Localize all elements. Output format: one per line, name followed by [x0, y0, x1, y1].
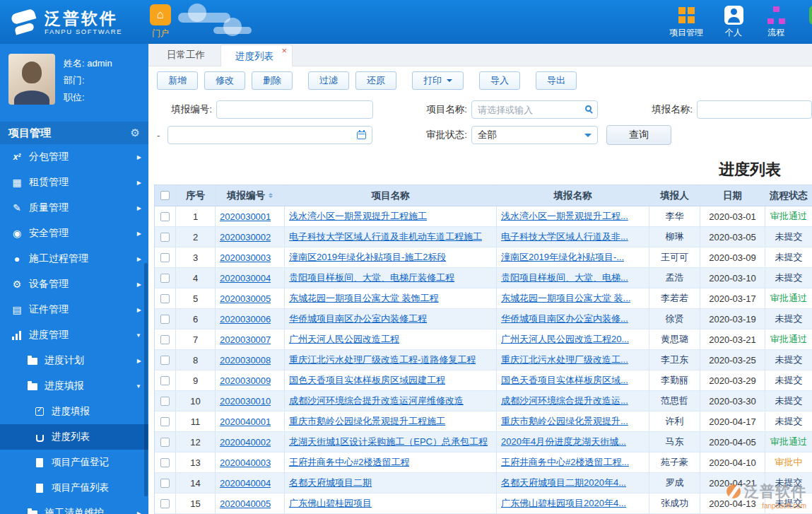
sidebar-item-progress-list[interactable]: 进度列表 [0, 424, 148, 450]
report-name-link[interactable]: 2020年4月份进度龙湖天街城... [501, 436, 626, 448]
project-name-link[interactable]: 浅水湾小区一期景观提升工程施工 [289, 210, 427, 223]
report-name-link[interactable]: 王府井商务中心#2楼透留工程... [501, 456, 629, 469]
add-button[interactable]: 新增 [157, 71, 198, 90]
filter-button[interactable]: 过滤 [308, 71, 349, 90]
sidebar-item-quality[interactable]: ✎质量管理▶ [0, 195, 148, 221]
nav-item-portal[interactable]: ⌂ 门户 [150, 4, 171, 40]
sidebar-item-progress-report-group[interactable]: 进度填报▼ [0, 373, 148, 399]
report-code-link[interactable]: 2020040002 [220, 437, 271, 448]
report-code-link[interactable]: 2020030003 [220, 252, 271, 263]
row-checkbox[interactable] [160, 253, 170, 262]
sidebar-item-progress[interactable]: 进度管理▼ [0, 322, 148, 348]
row-checkbox[interactable] [160, 417, 170, 426]
report-name-input[interactable] [697, 100, 812, 119]
tab-progress-list[interactable]: 进度列表× [220, 45, 293, 66]
row-checkbox[interactable] [160, 233, 170, 242]
nav-item-workflow[interactable]: 流程 [764, 6, 788, 39]
report-code-link[interactable]: 2020040005 [220, 498, 271, 509]
tab-daily-work[interactable]: 日常工作 [151, 44, 220, 66]
project-name-link[interactable]: 成都沙河环境综合提升改造运河岸维修改造 [289, 395, 464, 407]
project-name-link[interactable]: 重庆市鹅岭公园绿化景观提升工程施工 [289, 415, 445, 428]
report-name-link[interactable]: 电子科技大学区域人行道及非... [501, 230, 628, 243]
import-button[interactable]: 导入 [479, 71, 520, 90]
project-name-link[interactable]: 龙湖天街城1区设计采购施工（EPC）总承包工程 [289, 436, 488, 448]
restore-button[interactable]: 还原 [355, 71, 396, 90]
close-icon[interactable]: × [281, 46, 287, 55]
export-button[interactable]: 导出 [536, 71, 577, 90]
project-name-link[interactable]: 华侨城项目南区办公室内装修工程 [289, 313, 427, 325]
report-code-link[interactable]: 2020030007 [220, 334, 271, 345]
sidebar-item-certificate[interactable]: ▤证件管理▶ [0, 297, 148, 322]
report-code-link[interactable]: 2020030002 [220, 232, 271, 243]
sidebar-item-output-register[interactable]: 项目产值登记 [0, 450, 148, 475]
sidebar-item-construction-process[interactable]: ●施工过程管理▶ [0, 246, 148, 271]
row-checkbox[interactable] [160, 376, 170, 385]
sidebar-item-progress-plan[interactable]: 进度计划▶ [0, 348, 148, 373]
sidebar-item-output-list[interactable]: 项目产值列表 [0, 475, 148, 501]
report-name-link[interactable]: 贵阳项目样板间、大堂、电梯... [501, 271, 628, 284]
row-checkbox[interactable] [160, 212, 170, 221]
project-name-link[interactable]: 名都天府城项目二期 [289, 477, 372, 489]
report-code-link[interactable]: 2020030009 [220, 375, 271, 386]
nav-item-people[interactable]: 人 [806, 6, 812, 39]
report-code-link[interactable]: 2020040003 [220, 457, 271, 468]
row-checkbox[interactable] [160, 479, 170, 488]
project-name-link[interactable]: 广州天河人民公园改造工程 [289, 333, 399, 346]
nav-item-project-management[interactable]: 项目管理 [669, 6, 703, 39]
project-name-link[interactable]: 国色天香项目实体样板房区域园建工程 [289, 374, 445, 387]
report-no-input[interactable] [216, 100, 373, 119]
calendar-icon[interactable] [357, 132, 366, 139]
report-name-link[interactable]: 东城花园一期项目公寓大堂 装... [501, 292, 630, 305]
modify-button[interactable]: 修改 [204, 71, 245, 90]
print-button[interactable]: 打印 [412, 71, 464, 90]
project-name-link[interactable]: 王府井商务中心#2楼透留工程 [289, 456, 409, 469]
report-name-link[interactable]: 广州天河人民公园改造工程20... [501, 333, 629, 346]
sort-icon[interactable] [269, 191, 273, 200]
report-code-link[interactable]: 2020030005 [220, 293, 271, 304]
row-checkbox[interactable] [160, 315, 170, 324]
row-checkbox[interactable] [160, 294, 170, 303]
report-name-link[interactable]: 重庆市鹅岭公园绿化景观提升... [501, 415, 628, 428]
report-code-link[interactable]: 2020030010 [220, 396, 271, 407]
report-code-link[interactable]: 2020030008 [220, 355, 271, 366]
gear-icon[interactable]: ⚙ [131, 127, 140, 139]
sidebar-item-progress-report[interactable]: 进度填报 [0, 399, 148, 424]
report-name-link[interactable]: 国色天香项目实体样板房区域... [501, 374, 628, 387]
row-checkbox[interactable] [160, 438, 170, 447]
row-checkbox[interactable] [160, 274, 170, 283]
report-code-link[interactable]: 2020030006 [220, 314, 271, 325]
project-name-link[interactable]: 潼南区2019年绿化补贴项目-施工2标段 [289, 251, 446, 264]
report-name-link[interactable]: 潼南区2019年绿化补贴项目-... [501, 251, 624, 264]
sidebar-item-equipment[interactable]: ⚙设备管理▶ [0, 271, 148, 297]
sidebar-item-subcontract[interactable]: x²分包管理▶ [0, 144, 148, 170]
report-code-link[interactable]: 2020030001 [220, 211, 271, 222]
nav-item-personal[interactable]: 个人 [722, 6, 746, 39]
date-input[interactable] [167, 126, 372, 144]
report-name-link[interactable]: 成都沙河环境综合提升改造运... [501, 395, 628, 407]
report-name-link[interactable]: 广东佛山碧桂园项目2020年4... [501, 497, 626, 510]
project-name-link[interactable]: 东城花园一期项目公寓大堂 装饰工程 [289, 292, 439, 305]
report-name-link[interactable]: 浅水湾小区一期景观提升工程... [501, 210, 628, 223]
project-name-link[interactable]: 贵阳项目样板间、大堂、电梯厅装修工程 [289, 271, 454, 284]
row-checkbox[interactable] [160, 499, 170, 508]
query-button[interactable]: 查询 [606, 125, 671, 145]
row-checkbox[interactable] [160, 335, 170, 344]
project-name-input[interactable] [471, 100, 598, 119]
row-checkbox[interactable] [160, 458, 170, 467]
approval-status-select[interactable]: 全部 [471, 126, 598, 144]
project-name-link[interactable]: 重庆江北污水处理厂级改造工程-道路修复工程 [289, 354, 476, 366]
report-code-link[interactable]: 2020030004 [220, 273, 271, 284]
report-code-link[interactable]: 2020040004 [220, 478, 271, 489]
project-name-link[interactable]: 广东佛山碧桂园项目 [289, 497, 372, 510]
sidebar-item-safety[interactable]: ◉安全管理▶ [0, 221, 148, 246]
row-checkbox[interactable] [160, 356, 170, 365]
sidebar-item-construction-list[interactable]: 施工清单维护▶ [0, 501, 148, 514]
project-name-link[interactable]: 电子科技大学区域人行道及非机动车道工程施工 [289, 230, 482, 243]
sidebar-item-lease[interactable]: ▦租赁管理▶ [0, 170, 148, 195]
row-checkbox[interactable] [160, 397, 170, 406]
delete-button[interactable]: 删除 [252, 71, 293, 90]
sidebar-scrollbar[interactable] [144, 263, 148, 496]
report-name-link[interactable]: 华侨城项目南区办公室内装修... [501, 313, 628, 325]
report-name-link[interactable]: 重庆江北污水处理厂级改造工... [501, 354, 628, 366]
report-name-link[interactable]: 名都天府城项目二期2020年4... [501, 477, 626, 489]
